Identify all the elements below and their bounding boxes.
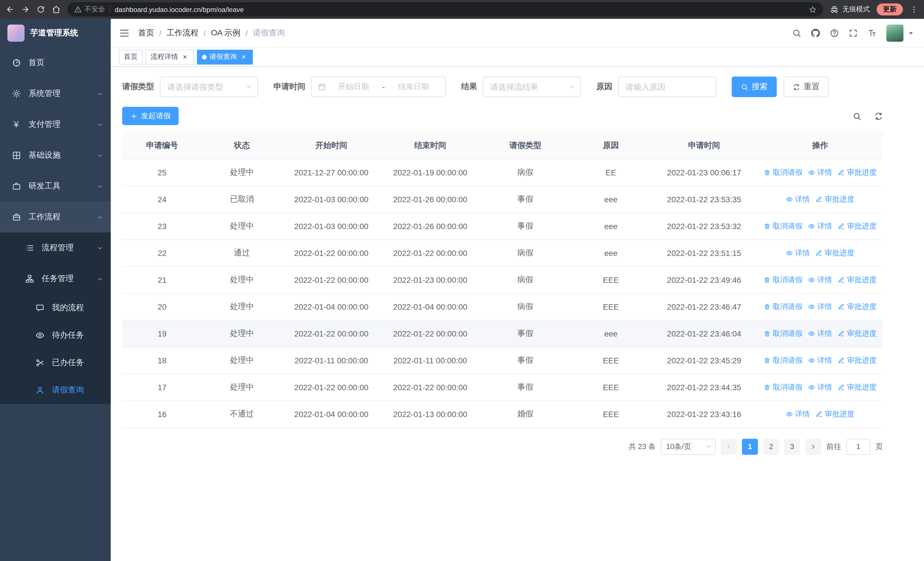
action-detail[interactable]: 详情 xyxy=(808,221,832,231)
close-icon[interactable]: × xyxy=(240,53,248,61)
sidebar-item-task-mgmt[interactable]: 任务管理 xyxy=(0,263,111,294)
create-leave-button[interactable]: 发起请假 xyxy=(122,107,178,125)
cell-reason: eee xyxy=(571,320,651,347)
leave-type-select[interactable] xyxy=(160,77,258,97)
end-date-placeholder[interactable]: 结束日期 xyxy=(388,82,439,92)
page-button-1[interactable]: 1 xyxy=(742,438,758,454)
range-separator: - xyxy=(379,82,388,92)
breadcrumb-item[interactable]: OA 示例 xyxy=(211,28,240,38)
reset-button[interactable]: 重置 xyxy=(784,77,829,97)
page-button-3[interactable]: 3 xyxy=(784,438,800,454)
next-page-button[interactable] xyxy=(805,438,821,454)
search-button[interactable]: 搜索 xyxy=(732,77,777,97)
action-progress[interactable]: 审批进度 xyxy=(838,301,877,311)
action-progress[interactable]: 审批进度 xyxy=(816,248,854,258)
sidebar-item-todo-tasks[interactable]: 待办任务 xyxy=(0,322,111,349)
action-progress[interactable]: 审批进度 xyxy=(838,221,877,231)
sidebar-item-done-tasks[interactable]: 已办任务 xyxy=(0,349,111,376)
fullscreen-icon[interactable] xyxy=(849,28,858,38)
action-detail[interactable]: 详情 xyxy=(808,275,832,285)
bookmark-star-icon[interactable] xyxy=(806,5,819,14)
action-cancel[interactable]: 取消请假 xyxy=(764,221,802,231)
sidebar-item-my-process[interactable]: 我的流程 xyxy=(0,294,111,322)
sidebar-item-leave-query[interactable]: 请假查询 xyxy=(0,376,111,404)
sidebar-item-infrastructure[interactable]: 基础设施 xyxy=(0,140,111,171)
menu-fold-icon[interactable] xyxy=(119,28,129,38)
action-cancel[interactable]: 取消请假 xyxy=(764,275,802,285)
goto-page-input[interactable] xyxy=(846,438,870,454)
page-size-select[interactable]: 10条/页 xyxy=(661,438,716,454)
action-detail[interactable]: 详情 xyxy=(808,355,832,365)
edit-icon xyxy=(838,357,844,364)
tab-process-detail[interactable]: 流程详情× xyxy=(146,50,194,64)
eye-icon xyxy=(35,331,45,340)
sidebar-item-process-mgmt[interactable]: 流程管理 xyxy=(0,233,111,263)
action-detail[interactable]: 详情 xyxy=(786,409,810,419)
action-cancel[interactable]: 取消请假 xyxy=(764,382,802,392)
result-select[interactable] xyxy=(483,77,581,97)
page-content: 请假类型 申请时间 开始日期 - 结束日期 xyxy=(111,67,924,561)
browser-back-icon[interactable] xyxy=(6,5,14,14)
browser-forward-icon[interactable] xyxy=(21,5,30,14)
reason-field[interactable] xyxy=(618,77,716,97)
sidebar-item-payment[interactable]: ¥支付管理 xyxy=(0,109,111,140)
github-icon[interactable] xyxy=(811,28,820,38)
breadcrumb-item[interactable]: 首页 xyxy=(138,28,154,38)
action-progress[interactable]: 审批进度 xyxy=(838,328,877,338)
action-detail[interactable]: 详情 xyxy=(786,248,810,258)
prev-page-button[interactable] xyxy=(721,438,737,454)
action-cancel[interactable]: 取消请假 xyxy=(764,355,802,365)
leave-type-input[interactable] xyxy=(160,77,257,96)
search-icon[interactable] xyxy=(792,28,801,38)
help-icon[interactable] xyxy=(830,28,839,38)
reason-input[interactable] xyxy=(619,77,716,96)
cell-id: 23 xyxy=(122,212,202,239)
cell-actions: 详情审批进度 xyxy=(758,239,883,266)
action-cancel[interactable]: 取消请假 xyxy=(764,328,802,338)
breadcrumb: 首页/工作流程/OA 示例/请假查询 xyxy=(138,28,285,38)
action-progress[interactable]: 审批进度 xyxy=(816,409,854,419)
toolbox-icon xyxy=(11,182,21,191)
tab-home[interactable]: 首页 xyxy=(119,50,142,64)
action-progress[interactable]: 审批进度 xyxy=(838,382,877,392)
apply-time-range-picker[interactable]: 开始日期 - 结束日期 xyxy=(311,77,446,97)
user-menu[interactable] xyxy=(886,24,915,41)
sidebar-item-label: 系统管理 xyxy=(28,89,60,99)
browser-home-icon[interactable] xyxy=(52,5,60,14)
action-progress[interactable]: 审批进度 xyxy=(838,355,877,365)
action-detail[interactable]: 详情 xyxy=(808,382,832,392)
action-progress[interactable]: 审批进度 xyxy=(838,167,877,177)
sidebar-item-system[interactable]: 系统管理 xyxy=(0,78,111,109)
sidebar-item-workflow[interactable]: 工作流程 xyxy=(0,202,111,233)
sidebar: 芋道管理系统 首页系统管理¥支付管理基础设施研发工具工作流程流程管理任务管理我的… xyxy=(0,19,111,561)
action-progress[interactable]: 审批进度 xyxy=(816,194,854,204)
action-detail[interactable]: 详情 xyxy=(808,328,832,338)
page-button-2[interactable]: 2 xyxy=(763,438,779,454)
logo[interactable]: 芋道管理系统 xyxy=(0,19,111,47)
start-date-placeholder[interactable]: 开始日期 xyxy=(328,82,379,92)
plus-icon xyxy=(130,112,138,120)
action-cancel[interactable]: 取消请假 xyxy=(764,301,802,311)
incognito-badge: 无痕模式 xyxy=(830,5,870,14)
row-actions: 取消请假详情审批进度 xyxy=(760,382,880,392)
font-size-icon[interactable] xyxy=(867,28,877,38)
result-input[interactable] xyxy=(483,77,580,96)
toggle-search-icon[interactable] xyxy=(853,112,861,120)
browser-reload-icon[interactable] xyxy=(36,5,45,14)
update-button[interactable]: 更新 xyxy=(877,3,903,15)
tab-leave-query[interactable]: 请假查询× xyxy=(197,50,253,64)
breadcrumb-item[interactable]: 工作流程 xyxy=(166,28,199,38)
sidebar-item-devtools[interactable]: 研发工具 xyxy=(0,171,111,202)
action-detail[interactable]: 详情 xyxy=(786,194,810,204)
refresh-table-icon[interactable] xyxy=(874,112,883,120)
security-chip[interactable]: 不安全 xyxy=(74,5,105,14)
action-detail[interactable]: 详情 xyxy=(808,167,832,177)
browser-menu-icon[interactable] xyxy=(910,5,918,14)
action-progress[interactable]: 审批进度 xyxy=(838,275,877,285)
close-icon[interactable]: × xyxy=(181,53,189,61)
trash-icon xyxy=(764,223,771,229)
sidebar-item-home[interactable]: 首页 xyxy=(0,47,111,78)
address-bar[interactable]: 不安全 dashboard.yudao.iocoder.cn/bpm/oa/le… xyxy=(68,2,823,17)
action-detail[interactable]: 详情 xyxy=(808,301,832,311)
action-cancel[interactable]: 取消请假 xyxy=(764,167,802,177)
